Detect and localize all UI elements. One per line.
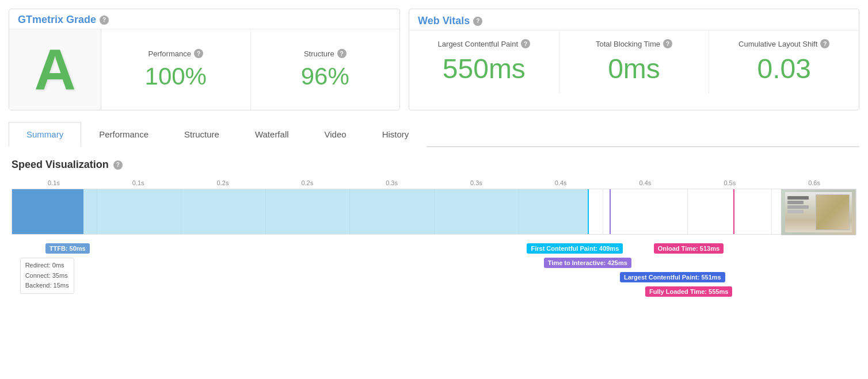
structure-value: 96% <box>301 63 349 90</box>
speed-visualization-section: Speed Visualization ? 0.1s 0.1s 0.2s 0.2… <box>9 159 859 312</box>
lcp-help-icon[interactable]: ? <box>521 39 530 48</box>
tab-history[interactable]: History <box>364 122 427 147</box>
ttfb-connect: Connect: 35ms <box>25 272 68 279</box>
fcp-label: First Contentful Paint: 409ms <box>527 243 623 254</box>
performance-metric: Performance ? 100% <box>101 29 251 110</box>
webvitals-header: Web Vitals ? <box>409 9 859 30</box>
timeline-ticks: 0.1s 0.1s 0.2s 0.2s 0.3s 0.3s 0.4s 0.4s … <box>12 179 856 186</box>
tick-3: 0.2s <box>181 179 265 186</box>
structure-help-icon[interactable]: ? <box>337 49 347 58</box>
fully-label: Fully Loaded Time: 555ms <box>645 286 732 297</box>
performance-label: Performance <box>149 49 191 58</box>
tick-7: 0.4s <box>519 179 603 186</box>
grid-line-9 <box>771 189 772 234</box>
performance-value: 100% <box>145 63 207 90</box>
tab-video[interactable]: Video <box>307 122 364 147</box>
gtmetrix-help-icon[interactable]: ? <box>100 16 109 25</box>
cls-metric: Cumulative Layout Shift ? 0.03 <box>709 30 859 93</box>
onload-label: Onload Time: 513ms <box>654 243 724 254</box>
timeline-container: 0.1s 0.1s 0.2s 0.2s 0.3s 0.3s 0.4s 0.4s … <box>12 179 856 312</box>
speed-viz-title: Speed Visualization <box>12 159 109 171</box>
tick-10: 0.6s <box>772 179 856 186</box>
ttfb-backend: Backend: 15ms <box>25 282 69 289</box>
tick-8: 0.4s <box>603 179 688 186</box>
tick-9: 0.5s <box>687 179 772 186</box>
tick-2: 0.1s <box>96 179 181 186</box>
timeline-bars <box>12 189 856 235</box>
ttfb-label: TTFB: 50ms <box>45 243 90 254</box>
webvitals-card: Web Vitals ? Largest Contentful Paint ? … <box>409 9 859 110</box>
bar-fcp-bg <box>82 189 588 234</box>
tab-structure[interactable]: Structure <box>166 122 237 147</box>
webvitals-title: Web Vitals <box>418 15 470 27</box>
gtmetrix-title: GTmetrix Grade <box>18 14 96 26</box>
lcp-label: Largest Contentful Paint: 551ms <box>620 272 725 282</box>
tab-waterfall[interactable]: Waterfall <box>237 122 307 147</box>
cls-label: Cumulative Layout Shift <box>738 40 817 48</box>
tti-label: Time to Interactive: 425ms <box>544 258 631 268</box>
tbt-value: 0ms <box>608 53 660 85</box>
lcp-metric: Largest Contentful Paint ? 550ms <box>409 30 559 93</box>
grade-box: A <box>9 29 101 110</box>
tick-1: 0.1s <box>12 179 96 186</box>
tbt-label: Total Blocking Time <box>596 40 660 48</box>
tick-5: 0.3s <box>349 179 434 186</box>
ttfb-detail: Redirect: 0ms Connect: 35ms Backend: 15m… <box>20 258 74 294</box>
ttfb-marker <box>82 189 83 234</box>
fcp-marker <box>588 189 589 234</box>
performance-help-icon[interactable]: ? <box>194 49 203 58</box>
grid-line-7 <box>603 189 603 234</box>
onload-marker <box>733 189 734 234</box>
gtmetrix-grade-card: GTmetrix Grade ? A Performance ? 100% <box>9 9 400 110</box>
cls-help-icon[interactable]: ? <box>820 39 829 48</box>
bar-backend <box>12 189 82 234</box>
tabs-container: Summary Performance Structure Waterfall … <box>9 122 859 147</box>
tick-4: 0.2s <box>265 179 349 186</box>
webvitals-help-icon[interactable]: ? <box>473 17 482 26</box>
speed-viz-help-icon[interactable]: ? <box>113 160 123 170</box>
tti-marker <box>610 189 611 234</box>
cls-value: 0.03 <box>757 53 810 85</box>
tick-6: 0.3s <box>434 179 519 186</box>
screenshot-thumbnail <box>781 189 856 235</box>
grade-letter: A <box>34 41 75 98</box>
ttfb-redirect: Redirect: 0ms <box>25 262 64 269</box>
tbt-metric: Total Blocking Time ? 0ms <box>559 30 710 93</box>
tab-performance[interactable]: Performance <box>81 122 166 147</box>
timeline-labels: TTFB: 50ms Redirect: 0ms Connect: 35ms B… <box>12 238 856 312</box>
lcp-label: Largest Contentful Paint <box>438 40 518 48</box>
structure-label: Structure <box>304 49 334 58</box>
tab-summary[interactable]: Summary <box>9 122 81 147</box>
lcp-value: 550ms <box>443 53 526 85</box>
grid-line-8 <box>687 189 688 234</box>
tbt-help-icon[interactable]: ? <box>663 39 672 48</box>
structure-metric: Structure ? 96% <box>251 29 400 110</box>
